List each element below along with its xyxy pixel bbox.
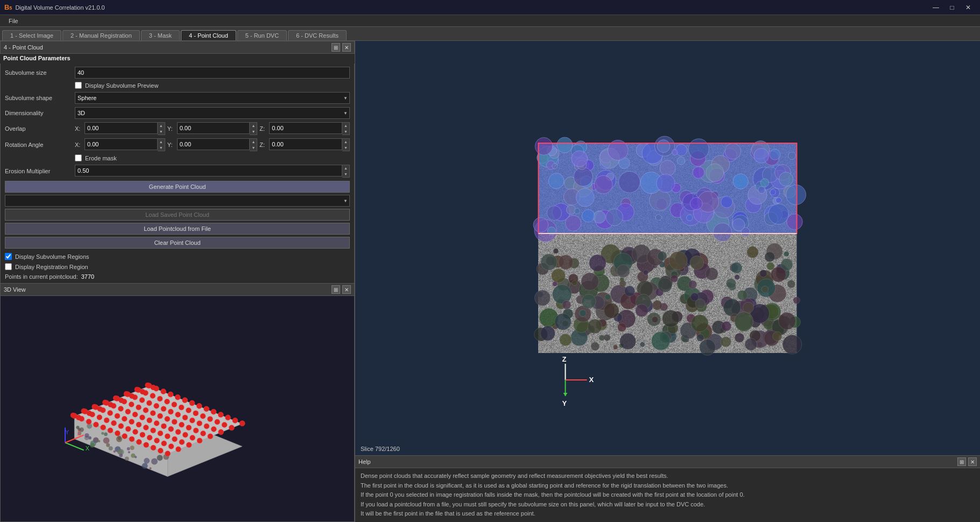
subvolume-shape-row: Subvolume shape Sphere Cube: [5, 92, 350, 104]
help-title: Help: [358, 458, 371, 465]
rotation-z-up[interactable]: ▲: [342, 139, 349, 145]
overlap-z-label: Z:: [259, 125, 267, 132]
erode-mask-row: Erode mask: [5, 154, 350, 161]
image-view[interactable]: Slice 792/1260: [355, 41, 980, 455]
tab-manual-registration[interactable]: 2 - Manual Registration: [62, 30, 140, 40]
tab-dvc-results[interactable]: 6 - DVC Results: [288, 30, 347, 40]
overlap-y-down[interactable]: ▼: [250, 129, 257, 135]
overlap-label: Overlap: [5, 125, 75, 132]
3d-canvas[interactable]: [1, 296, 354, 521]
display-subvolume-preview-label[interactable]: Display Subvolume Preview: [85, 82, 158, 89]
rotation-angle-label: Rotation Angle: [5, 142, 75, 148]
erosion-down[interactable]: ▼: [342, 171, 349, 177]
help-restore-button[interactable]: ⊞: [957, 457, 966, 466]
title-bar: B₅ Digital Volume Correlation v21.0.0 — …: [0, 0, 980, 15]
subvolume-size-label: Subvolume size: [5, 69, 75, 76]
help-line-4: If you load a pointcloud from a file, yo…: [361, 500, 975, 510]
menu-bar: File: [0, 15, 980, 27]
display-subvolume-regions-label[interactable]: Display Subvolume Regions: [15, 253, 89, 260]
display-registration-region-row: Display Registration Region: [5, 263, 350, 270]
help-line-2: The first point in the cloud is signific…: [361, 481, 975, 491]
close-button[interactable]: ✕: [961, 1, 976, 14]
load-pointcloud-from-file-button[interactable]: Load Pointcloud from File: [5, 223, 350, 235]
overlap-y-up[interactable]: ▲: [250, 123, 257, 129]
view3d-header: 3D View ⊞ ✕: [1, 284, 354, 296]
tab-select-image[interactable]: 1 - Select Image: [2, 30, 61, 40]
help-panel: Help ⊞ ✕ Dense point clouds that accurat…: [355, 455, 980, 522]
rotation-y-up[interactable]: ▲: [250, 139, 257, 145]
overlap-z-input[interactable]: [269, 122, 342, 134]
slice-info: Slice 792/1260: [361, 446, 400, 452]
rotation-x-up[interactable]: ▲: [158, 139, 165, 145]
overlap-z-down[interactable]: ▼: [342, 129, 349, 135]
point-cloud-panel: 4 - Point Cloud ⊞ ✕ Point Cloud Paramete…: [0, 41, 355, 284]
overlap-x-input[interactable]: [84, 122, 158, 134]
subvolume-size-row: Subvolume size: [5, 67, 350, 79]
rotation-x-label: X:: [75, 142, 82, 148]
tab-point-cloud[interactable]: 4 - Point Cloud: [181, 30, 236, 40]
display-subvolume-preview-checkbox[interactable]: [75, 82, 82, 89]
overlap-y-input[interactable]: [177, 122, 250, 134]
rotation-y-input[interactable]: [177, 138, 250, 150]
subvolume-shape-select[interactable]: Sphere Cube: [75, 92, 350, 104]
subvolume-shape-label: Subvolume shape: [5, 95, 75, 101]
overlap-x-label: X:: [75, 125, 82, 132]
maximize-button[interactable]: □: [944, 1, 960, 14]
panel-header-title: 4 - Point Cloud: [4, 44, 43, 51]
help-line-3: If the point 0 you selected in image reg…: [361, 490, 975, 500]
erode-mask-checkbox[interactable]: [75, 154, 82, 161]
panel-restore-button[interactable]: ⊞: [332, 43, 340, 52]
rotation-z-label: Z:: [259, 142, 267, 148]
clear-point-cloud-button[interactable]: Clear Point Cloud: [5, 237, 350, 249]
display-registration-region-checkbox[interactable]: [5, 263, 12, 270]
image-canvas[interactable]: [355, 41, 980, 455]
erosion-multiplier-row: Erosion Multiplier ▲ ▼: [5, 165, 350, 178]
display-subvolume-preview-row: Display Subvolume Preview: [5, 82, 350, 89]
view3d-title: 3D View: [4, 286, 26, 293]
display-subvolume-regions-checkbox[interactable]: [5, 253, 12, 260]
display-subvolume-regions-row: Display Subvolume Regions: [5, 253, 350, 260]
rotation-z-input[interactable]: [269, 138, 342, 150]
app-logo: B₅: [4, 3, 12, 11]
overlap-x-down[interactable]: ▼: [158, 129, 165, 135]
dimensionality-select-wrapper: 3D 2D: [75, 107, 350, 119]
view3d-panel: 3D View ⊞ ✕: [0, 284, 355, 522]
rotation-y-down[interactable]: ▼: [250, 145, 257, 151]
display-registration-region-label[interactable]: Display Registration Region: [15, 264, 88, 270]
subvolume-size-input[interactable]: [75, 67, 350, 79]
view3d-close-button[interactable]: ✕: [342, 285, 351, 294]
tab-run-dvc[interactable]: 5 - Run DVC: [237, 30, 287, 40]
tab-bar: 1 - Select Image 2 - Manual Registration…: [0, 27, 980, 41]
points-count-row: Points in current pointcloud: 3770: [5, 273, 350, 280]
erosion-multiplier-input[interactable]: [75, 165, 342, 177]
dimensionality-label: Dimensionality: [5, 110, 75, 116]
point-cloud-dropdown[interactable]: [5, 195, 350, 207]
subvolume-shape-select-wrapper: Sphere Cube: [75, 92, 350, 104]
load-saved-point-cloud-button[interactable]: Load Saved Point Cloud: [5, 209, 350, 221]
dimensionality-select[interactable]: 3D 2D: [75, 107, 350, 119]
help-line-1: Dense point clouds that accurately refle…: [361, 471, 975, 481]
rotation-x-input[interactable]: [84, 138, 158, 150]
panel-close-button[interactable]: ✕: [342, 43, 351, 52]
overlap-row: Overlap X: ▲ ▼ Y:: [5, 122, 350, 135]
rotation-x-down[interactable]: ▼: [158, 145, 165, 151]
erode-mask-label[interactable]: Erode mask: [85, 155, 117, 161]
minimize-button[interactable]: —: [928, 1, 943, 14]
overlap-x-up[interactable]: ▲: [158, 123, 165, 129]
window-controls: — □ ✕: [928, 1, 976, 14]
points-label: Points in current pointcloud:: [5, 273, 78, 280]
tab-mask[interactable]: 3 - Mask: [141, 30, 180, 40]
generate-point-cloud-button[interactable]: Generate Point Cloud: [5, 181, 350, 193]
overlap-z-up[interactable]: ▲: [342, 123, 349, 129]
help-close-button[interactable]: ✕: [968, 457, 977, 466]
dimensionality-row: Dimensionality 3D 2D: [5, 107, 350, 119]
point-cloud-dropdown-wrapper: [5, 195, 350, 207]
help-content: Dense point clouds that accurately refle…: [355, 468, 980, 522]
rotation-angle-row: Rotation Angle X: ▲ ▼ Y:: [5, 138, 350, 151]
erosion-multiplier-label: Erosion Multiplier: [5, 168, 75, 174]
rotation-z-down[interactable]: ▼: [342, 145, 349, 151]
file-menu[interactable]: File: [3, 17, 24, 25]
view3d-canvas[interactable]: [1, 296, 354, 521]
view3d-restore-button[interactable]: ⊞: [332, 285, 340, 294]
erosion-up[interactable]: ▲: [342, 165, 349, 171]
